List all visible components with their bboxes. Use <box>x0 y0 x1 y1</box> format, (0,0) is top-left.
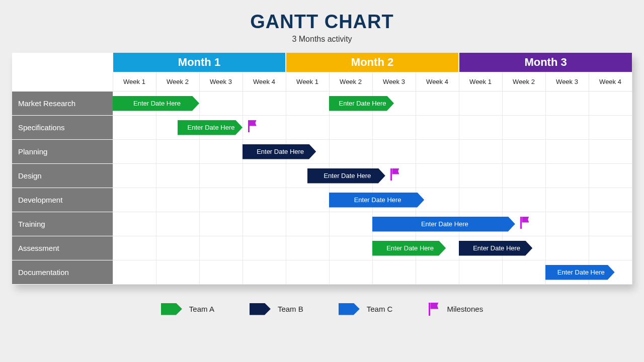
task-label: Design <box>12 163 113 188</box>
grid-cell <box>329 115 372 139</box>
grid-cell <box>589 163 632 188</box>
week-header: Week 1 <box>113 72 156 91</box>
task-row: Planning <box>12 139 632 163</box>
grid-cell <box>243 236 286 260</box>
task-row: Specifications <box>12 115 632 139</box>
milestone-flag-icon <box>519 216 529 229</box>
page-title: GANTT CHART <box>0 11 644 33</box>
gantt-bar[interactable]: Enter Date Here <box>178 120 243 135</box>
month-header-row: Month 1 Month 2 Month 3 <box>12 53 632 72</box>
grid-cell <box>329 260 372 284</box>
grid-cell <box>113 139 156 163</box>
grid-cell <box>545 139 589 163</box>
task-row: Development <box>12 188 632 212</box>
corner-cell <box>12 53 113 72</box>
grid-cell <box>416 163 459 188</box>
grid-cell <box>243 163 286 188</box>
week-header: Week 1 <box>286 72 329 91</box>
grid-cell <box>502 139 545 163</box>
legend-label: Milestones <box>447 305 483 313</box>
gantt-bar[interactable]: Enter Date Here <box>545 265 615 280</box>
grid-cell <box>502 188 545 212</box>
grid-cell <box>502 260 545 284</box>
legend-item-team-b: Team B <box>250 303 303 315</box>
page-subtitle: 3 Months activity <box>0 35 644 44</box>
grid-cell <box>286 188 329 212</box>
gantt-bar[interactable]: Enter Date Here <box>307 168 385 184</box>
grid-cell <box>156 188 199 212</box>
grid-cell <box>459 115 502 139</box>
week-header: Week 2 <box>329 72 372 91</box>
grid-cell <box>502 163 545 188</box>
grid-cell <box>329 212 372 236</box>
task-row: Documentation <box>12 260 632 284</box>
team-c-swatch-icon <box>339 303 360 315</box>
month-header-1: Month 1 <box>113 53 286 72</box>
task-label: Development <box>12 188 113 212</box>
grid-cell <box>459 91 502 115</box>
gantt-bar[interactable]: Enter Date Here <box>329 96 394 111</box>
grid-cell <box>113 115 156 139</box>
week-header: Week 3 <box>372 72 416 91</box>
task-label: Planning <box>12 139 113 163</box>
grid-cell <box>286 115 329 139</box>
gantt-bar[interactable]: Enter Date Here <box>372 217 515 232</box>
grid-cell <box>199 139 243 163</box>
grid-cell <box>545 212 589 236</box>
grid-cell <box>243 260 286 284</box>
grid-cell <box>545 115 589 139</box>
month-header-2: Month 2 <box>286 53 459 72</box>
grid-cell <box>459 260 502 284</box>
gantt-bar[interactable]: Enter Date Here <box>113 96 199 111</box>
grid-cell <box>113 260 156 284</box>
task-label: Training <box>12 212 113 236</box>
grid-cell <box>589 236 632 260</box>
grid-cell <box>545 91 589 115</box>
grid-cell <box>243 188 286 212</box>
week-header: Week 3 <box>199 72 243 91</box>
grid-cell <box>286 212 329 236</box>
grid-cell <box>416 115 459 139</box>
grid-cell <box>113 188 156 212</box>
gantt-bar[interactable]: Enter Date Here <box>329 193 424 208</box>
legend-label: Team B <box>278 305 303 313</box>
gantt-chart: Month 1 Month 2 Month 3 Week 1 Week 2 We… <box>12 53 632 285</box>
task-label: Documentation <box>12 260 113 284</box>
task-label: Assessment <box>12 236 113 260</box>
week-header: Week 2 <box>156 72 199 91</box>
legend: Team A Team B Team C Milestones <box>0 303 644 316</box>
week-corner <box>12 72 113 91</box>
gantt-bar[interactable]: Enter Date Here <box>372 241 446 256</box>
team-a-swatch-icon <box>161 303 182 315</box>
grid-cell <box>372 260 416 284</box>
grid-cell <box>286 91 329 115</box>
grid-cell <box>459 188 502 212</box>
gantt-bar[interactable]: Enter Date Here <box>243 144 316 159</box>
grid-cell <box>589 139 632 163</box>
legend-item-milestones: Milestones <box>428 303 483 316</box>
grid-cell <box>589 115 632 139</box>
grid-cell <box>156 260 199 284</box>
grid-cell <box>329 236 372 260</box>
milestone-flag-icon <box>389 167 399 180</box>
grid-cell <box>459 139 502 163</box>
grid-cell <box>502 115 545 139</box>
legend-label: Team A <box>189 305 214 313</box>
grid-cell <box>199 163 243 188</box>
week-header: Week 4 <box>416 72 459 91</box>
grid-cell <box>589 188 632 212</box>
task-row: Market Research <box>12 91 632 115</box>
gantt-bar[interactable]: Enter Date Here <box>459 241 532 256</box>
grid-cell <box>156 163 199 188</box>
grid-cell <box>243 212 286 236</box>
grid-cell <box>243 91 286 115</box>
task-row: Training <box>12 212 632 236</box>
task-label: Market Research <box>12 91 113 115</box>
week-header: Week 1 <box>459 72 502 91</box>
grid-cell <box>113 212 156 236</box>
grid-cell <box>459 163 502 188</box>
grid-cell <box>329 139 372 163</box>
milestone-flag-icon <box>247 119 257 132</box>
grid-cell <box>199 188 243 212</box>
grid-cell <box>545 236 589 260</box>
